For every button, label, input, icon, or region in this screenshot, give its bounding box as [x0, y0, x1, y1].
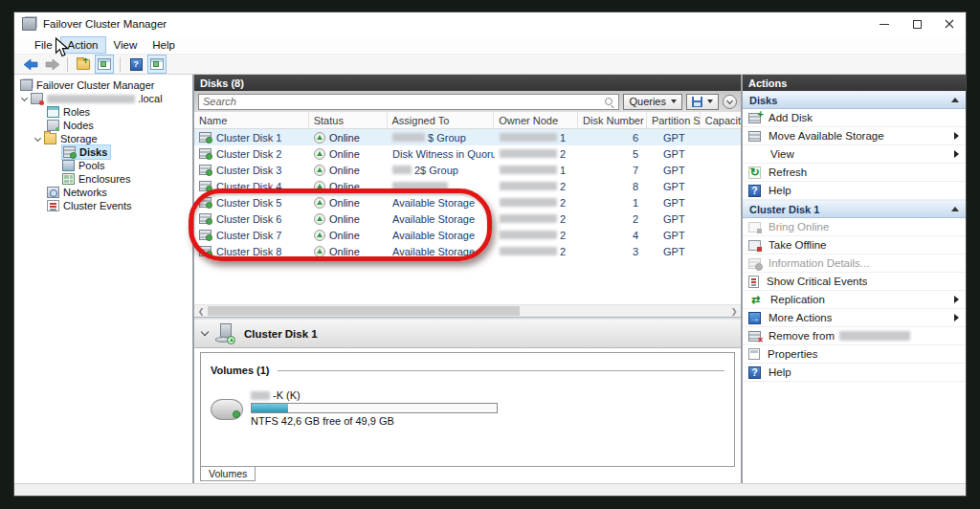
actions-group-cluster-disk-1[interactable]: Cluster Disk 1 [743, 200, 966, 218]
tree-item-disks[interactable]: Disks [14, 145, 192, 159]
roles-icon [47, 106, 59, 118]
tree-item-pools[interactable]: Pools [14, 159, 192, 172]
redacted-text [392, 182, 448, 190]
action-refresh[interactable]: ↻ Refresh [743, 164, 966, 182]
collapse-icon[interactable] [951, 207, 959, 211]
show-action-pane-button[interactable] [148, 55, 166, 73]
actions-group-disks[interactable]: Disks [743, 91, 966, 109]
save-query-dropdown[interactable] [686, 94, 719, 110]
action-help-2[interactable]: ? Help [743, 364, 966, 382]
chevron-down-icon [726, 97, 733, 103]
action-show-critical-events[interactable]: Show Critical Events [743, 273, 966, 291]
action-replication[interactable]: ⇄ Replication [743, 291, 966, 309]
submenu-arrow-icon [954, 314, 959, 321]
disk-name: Cluster Disk 6 [216, 213, 281, 225]
column-header-partition-style[interactable]: Partition Style [647, 112, 701, 128]
tree-label: Enclosures [78, 173, 130, 185]
fcm-icon [20, 79, 33, 91]
details-header[interactable]: Cluster Disk 1 [194, 320, 741, 348]
table-row[interactable]: Cluster Disk 6 Online Available Storage … [194, 210, 741, 227]
table-row[interactable]: Cluster Disk 2 Online Disk Witness in Qu… [194, 145, 741, 162]
more-actions-icon: → [748, 312, 761, 324]
up-one-level-button[interactable] [75, 55, 92, 73]
action-more-actions[interactable]: → More Actions [743, 309, 966, 327]
action-help[interactable]: ? Help [743, 182, 966, 200]
expand-search-button[interactable] [723, 95, 737, 109]
action-move-available-storage[interactable]: Move Available Storage [743, 127, 966, 145]
tab-volumes[interactable]: Volumes [200, 466, 256, 481]
forward-button[interactable] [43, 55, 60, 73]
table-row[interactable]: Cluster Disk 1 Online $ Group 1 6 GPT [194, 129, 741, 145]
status-label: Online [329, 148, 360, 160]
scrollbar-thumb[interactable] [208, 306, 520, 316]
chevron-expanded-icon[interactable] [34, 134, 41, 141]
tree-item-nodes[interactable]: Nodes [14, 119, 192, 132]
chevron-expanded-icon[interactable] [21, 94, 28, 100]
table-row[interactable]: Cluster Disk 7 Online Available Storage … [194, 227, 741, 243]
action-view[interactable]: View [743, 145, 966, 164]
scroll-left-arrow[interactable]: ❮ [194, 305, 208, 317]
tree-item-networks[interactable]: Networks [14, 186, 192, 199]
tree-item-roles[interactable]: Roles [14, 105, 192, 119]
action-add-disk[interactable]: Add Disk [743, 109, 966, 127]
volume-item[interactable]: -K (K) NTFS 42,6 GB free of 49,9 GB [211, 389, 724, 427]
disks-icon [63, 146, 76, 158]
action-remove-from[interactable]: Remove from [743, 327, 966, 345]
status-label: Online [329, 246, 360, 257]
menu-view[interactable]: View [107, 37, 145, 53]
close-button[interactable] [933, 12, 966, 35]
submenu-arrow-icon [954, 150, 959, 158]
scrollbar-track[interactable] [208, 305, 727, 317]
menu-help[interactable]: Help [145, 37, 182, 53]
replication-icon: ⇄ [748, 294, 763, 306]
search-box[interactable] [198, 94, 619, 110]
column-header-assigned-to[interactable]: Assigned To [388, 112, 495, 128]
column-header-name[interactable]: Name [194, 112, 309, 128]
tree-label: Roles [63, 106, 90, 118]
tree-root[interactable]: Failover Cluster Manager [14, 78, 192, 92]
action-properties[interactable]: Properties [743, 345, 966, 364]
table-row[interactable]: Cluster Disk 5 Online Available Storage … [194, 194, 741, 210]
menu-file[interactable]: File [28, 37, 59, 53]
cluster-disk-icon [199, 197, 212, 208]
tree-item-enclosures[interactable]: Enclosures [14, 172, 192, 186]
show-console-tree-button[interactable] [96, 55, 113, 73]
tree-cluster-node[interactable]: .local [14, 92, 192, 105]
app-icon [22, 17, 36, 31]
menu-action[interactable]: Action [61, 37, 105, 53]
collapse-icon[interactable] [951, 98, 959, 102]
help-icon: ? [748, 185, 761, 197]
disk-number: 1 [579, 194, 648, 210]
menu-bar: File Action View Help [14, 35, 966, 54]
horizontal-scrollbar[interactable]: ❮ ❯ [194, 304, 741, 317]
online-status-icon [314, 230, 325, 241]
cluster-disk-icon [199, 230, 212, 240]
search-input[interactable] [203, 96, 604, 107]
tree-item-storage[interactable]: Storage [14, 132, 192, 145]
table-row[interactable]: Cluster Disk 3 Online 2$ Group 1 7 GPT [194, 162, 741, 178]
tree-item-cluster-events[interactable]: Cluster Events [14, 199, 192, 212]
maximize-button[interactable] [901, 12, 933, 35]
minimize-button[interactable] [868, 12, 901, 35]
table-row[interactable]: Cluster Disk 4 Online 2 8 GPT [194, 178, 741, 194]
column-header-status[interactable]: Status [309, 112, 388, 128]
column-header-owner-node[interactable]: Owner Node [494, 112, 578, 128]
toolbar-help-button[interactable]: ? [127, 55, 145, 73]
help-icon: ? [748, 366, 761, 379]
cluster-suffix: .local [138, 93, 163, 104]
scroll-right-arrow[interactable]: ❯ [727, 305, 741, 317]
column-header-disk-number[interactable]: Disk Number [578, 112, 647, 128]
chevron-down-icon[interactable] [201, 328, 209, 336]
toolbar: ? [14, 54, 966, 75]
action-take-offline[interactable]: Take Offline [743, 236, 966, 254]
queries-dropdown[interactable]: Queries [623, 94, 682, 110]
back-button[interactable] [22, 55, 39, 73]
status-label: Online [329, 213, 360, 225]
volume-usage-fill [252, 404, 288, 412]
table-row[interactable]: Cluster Disk 8 Online Available Storage … [194, 243, 741, 259]
volume-usage-bar [251, 403, 498, 413]
action-label: Information Details... [768, 257, 869, 269]
column-header-capacity[interactable]: Capacit [701, 112, 741, 128]
action-bring-online: Bring Online [743, 218, 966, 236]
tree-label: Nodes [63, 120, 94, 131]
